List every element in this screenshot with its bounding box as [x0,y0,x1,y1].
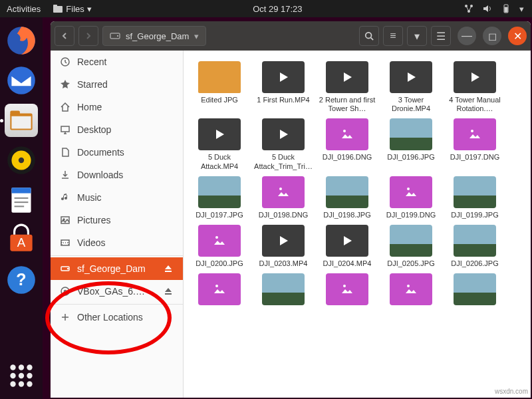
sidebar-item-music[interactable]: Music [51,186,183,209]
file-item[interactable] [379,273,443,308]
music-icon [60,192,70,203]
maximize-button[interactable]: ◻ [483,27,501,45]
volume-icon[interactable] [482,3,493,14]
file-item[interactable]: 5 Duck Attack_Trim_Tri… [251,118,315,170]
file-item[interactable] [251,273,315,308]
svg-rect-19 [15,205,25,207]
files-icon [53,3,63,14]
dock-writer[interactable] [5,184,38,217]
photo-thumbnail [198,176,241,208]
sidebar-item-sf-george-dam[interactable]: sf_George_Dam [51,257,183,280]
path-bar[interactable]: sf_George_Dam ▾ [102,26,206,46]
sidebar-item-home[interactable]: Home [51,96,183,118]
sidebar-item-starred[interactable]: Starred [51,73,183,96]
dock-apps[interactable] [5,359,38,392]
file-item[interactable]: DJI_0199.JPG [443,176,507,219]
view-options-button[interactable]: ▾ [407,26,427,46]
clock[interactable]: Oct 29 17:23 [92,4,464,14]
file-item[interactable]: 5 Duck Attack.MP4 [188,118,251,170]
file-label: 3 Tower Dronie.MP4 [381,96,441,113]
file-label: 1 First Run.MP4 [257,96,309,104]
chevron-down-icon[interactable]: ▾ [519,4,524,14]
svg-point-30 [10,381,15,386]
svg-rect-11 [11,116,31,129]
sidebar-item-videos[interactable]: Videos [51,231,183,254]
file-item[interactable]: DJI_0198.DNG [251,176,315,219]
folder-icon [198,61,241,93]
file-item[interactable]: 3 Tower Dronie.MP4 [379,61,443,113]
svg-rect-17 [15,198,29,199]
svg-point-28 [19,373,24,378]
svg-point-48 [407,188,410,190]
photo-thumbnail [390,118,432,150]
sidebar-item-desktop[interactable]: Desktop [51,118,183,141]
dock: A ? [0,17,43,399]
svg-point-14 [19,158,24,163]
file-label: DJI_0197.DNG [450,153,500,162]
app-menu[interactable]: Files ▾ [53,3,91,14]
svg-rect-1 [53,5,57,7]
file-item[interactable]: DJI_0196.DNG [315,118,379,170]
file-item[interactable]: 4 Tower Manual Rotation.… [443,61,507,113]
dock-files[interactable] [5,104,38,137]
minimize-button[interactable]: — [458,27,476,45]
battery-icon[interactable] [501,3,511,14]
dock-firefox[interactable] [5,24,38,57]
file-item[interactable] [443,273,507,308]
files-window: sf_George_Dam ▾ ≡ ▾ ☰ — ◻ ✕ RecentStarre… [51,21,531,398]
dock-rhythmbox[interactable] [5,144,38,177]
search-button[interactable] [359,26,379,46]
file-item[interactable]: Edited JPG [188,61,251,113]
sidebar-item-vbox-gas-[interactable]: VBox_GAs_6.… [51,280,183,303]
svg-point-35 [366,33,372,39]
image-icon [390,176,432,208]
forward-button[interactable] [78,26,98,46]
video-icon [262,61,305,93]
file-item[interactable]: DJI_0198.JPG [315,176,379,219]
file-item[interactable]: DJI_0199.DNG [379,176,443,219]
sidebar-other-locations[interactable]: Other Locations [51,306,183,329]
view-list-button[interactable]: ≡ [383,26,403,46]
file-item[interactable]: DJI_0200.JPG [188,225,251,268]
svg-text:?: ? [16,270,26,289]
file-label: DJI_0196.DNG [323,153,372,162]
sidebar-item-recent[interactable]: Recent [51,51,183,73]
image-icon [326,273,368,305]
dock-thunderbird[interactable] [5,64,38,97]
sidebar-item-documents[interactable]: Documents [51,141,183,164]
documents-icon [60,147,70,158]
file-label: DJI_0199.DNG [386,211,436,219]
eject-icon[interactable] [163,263,174,274]
sidebar-item-pictures[interactable]: Pictures [51,209,183,231]
sidebar-item-label: Recent [77,57,106,67]
svg-point-31 [19,381,24,386]
file-item[interactable]: DJI_0204.MP4 [315,225,379,268]
file-item[interactable]: DJI_0196.JPG [379,118,443,170]
network-icon[interactable] [464,3,474,14]
file-grid[interactable]: Edited JPG1 First Run.MP42 Return and fi… [184,51,531,398]
sidebar-item-downloads[interactable]: Downloads [51,164,183,186]
file-item[interactable]: 1 First Run.MP4 [251,61,315,113]
file-item[interactable]: 2 Return and first Tower Sh… [315,61,379,113]
file-item[interactable]: DJI_0197.DNG [443,118,507,170]
dock-help[interactable]: ? [5,263,38,297]
close-button[interactable]: ✕ [508,27,527,45]
chevron-down-icon: ▾ [194,31,199,41]
file-item[interactable] [188,273,251,308]
file-label: 5 Duck Attack_Trim_Tri… [253,153,313,170]
dock-software[interactable]: A [5,223,38,257]
file-item[interactable]: DJI_0197.JPG [188,176,251,219]
file-item[interactable]: DJI_0203.MP4 [251,225,315,268]
eject-icon[interactable] [163,286,174,297]
activities-button[interactable]: Activities [7,4,41,14]
file-label: DJI_0200.JPG [196,259,243,268]
svg-point-43 [61,287,69,295]
back-button[interactable] [55,26,74,46]
file-item[interactable]: DJI_0206.JPG [443,225,507,268]
image-icon [390,273,432,305]
gnome-topbar: Activities Files ▾ Oct 29 17:23 ▾ [0,0,532,17]
file-item[interactable]: DJI_0205.JPG [379,225,443,268]
watermark: wsxdn.com [495,388,528,395]
hamburger-button[interactable]: ☰ [431,26,451,46]
file-item[interactable] [315,273,379,308]
